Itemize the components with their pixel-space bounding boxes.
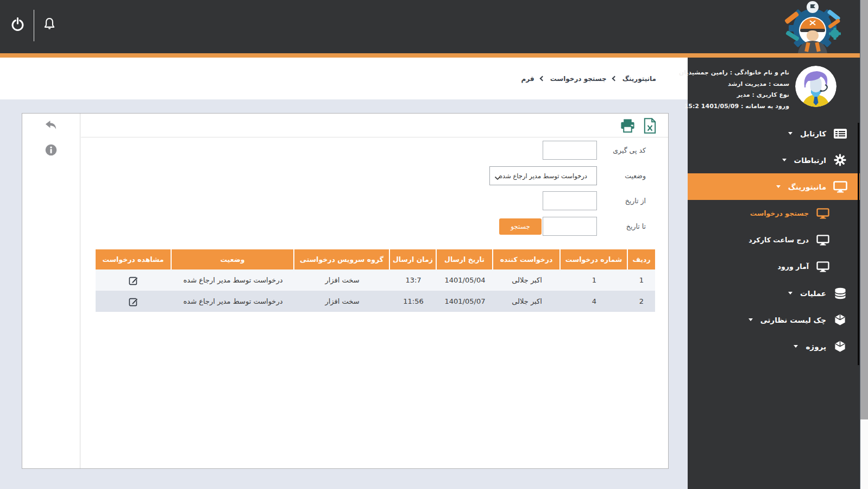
status-select-value: درخواست توسط مدیر ارجاع شده [499, 172, 587, 180]
status-select[interactable]: درخواست توسط مدیر ارجاع شده [489, 166, 597, 185]
sidebar-subitem-login-stats[interactable]: آمار ورود [688, 253, 860, 280]
user-position: سمت : مدیریت ارشد [679, 79, 789, 90]
sidebar-item-cartable[interactable]: کارتابل [688, 120, 860, 147]
sidebar-item-label: عملیات [800, 289, 826, 298]
cartable-list-icon [833, 128, 847, 139]
card-side-toolbar [22, 114, 80, 468]
cell-requester: اکبر جلالی [493, 269, 561, 291]
to-date-input[interactable] [543, 217, 597, 236]
topbar-divider [34, 10, 34, 41]
cube-icon [833, 314, 847, 326]
page-scrollbar-thumb[interactable] [860, 0, 868, 419]
requests-table: ردیف شماره درخواست درخواست کننده تاریخ ا… [96, 249, 655, 312]
user-panel: نام و نام خانوادگی : رامین جمشیدیان سمت … [688, 66, 860, 112]
header-send-date: تاریخ ارسال [437, 249, 493, 269]
cell-send-time: 13:7 [390, 269, 437, 291]
sidebar-item-label: پروژه [806, 342, 826, 351]
database-icon [833, 287, 847, 299]
chevron-left-icon [612, 76, 617, 82]
back-arrow-icon[interactable] [45, 120, 58, 134]
sidebar-item-label: چک لیست نظارتی [760, 316, 826, 324]
breadcrumb: مانیتورینگ جستجو درخواست فرم [521, 58, 656, 99]
monitor-icon [833, 181, 847, 193]
chevron-down-icon [776, 185, 781, 188]
tracking-code-label: کد پی گیری [613, 146, 646, 154]
table-header-row: ردیف شماره درخواست درخواست کننده تاریخ ا… [96, 249, 655, 269]
chevron-down-icon [794, 345, 798, 348]
sidebar-scrollbar-thumb[interactable] [858, 123, 859, 365]
monitor-icon [815, 208, 830, 219]
cell-row-number: 2 [628, 291, 655, 312]
to-date-label: تا تاریخ [626, 222, 646, 230]
chevron-down-icon [494, 174, 501, 182]
header-row-number: ردیف [628, 249, 655, 269]
sidebar-subitem-work-hours[interactable]: درج ساعت کارکرد [688, 227, 860, 253]
chevron-down-icon [749, 318, 753, 321]
chevron-down-icon [788, 132, 792, 135]
chevron-down-icon [782, 159, 787, 161]
print-icon[interactable] [620, 118, 636, 135]
notifications-bell-icon [42, 16, 57, 35]
from-date-label: از تاریخ [625, 197, 646, 205]
header-requester: درخواست کننده [493, 249, 561, 269]
cell-service-group: سخت افزار [294, 291, 390, 312]
sidebar-item-label: مانیتورینگ [788, 183, 826, 191]
search-button[interactable]: جستجو [499, 218, 542, 235]
cell-send-date: 1401/05/07 [437, 291, 493, 312]
table-row: 1 1 اکبر جلالی 1401/05/04 13:7 سخت افزار… [96, 269, 655, 291]
cube-icon [833, 340, 847, 353]
chevron-left-icon [539, 76, 545, 82]
header-send-time: زمان ارسال [390, 249, 437, 269]
cell-requester: اکبر جلالی [493, 291, 561, 312]
breadcrumb-item-search-request[interactable]: جستجو درخواست [550, 75, 607, 83]
card-main: کد پی گیری وضعیت درخواست توسط مدیر ارجاع… [81, 114, 668, 468]
sidebar-subitem-search-request[interactable]: جستجو درخواست [688, 200, 860, 227]
sidebar-item-label: جستجو درخواست [750, 209, 809, 217]
sidebar-item-operations[interactable]: عملیات [688, 280, 860, 306]
status-label: وضعیت [625, 172, 646, 180]
sidebar-item-monitoring[interactable]: مانیتورینگ [688, 173, 860, 200]
tracking-code-input[interactable] [543, 141, 597, 160]
user-type: نوع کاربری : مدیر [679, 90, 789, 101]
sidebar-item-label: آمار ورود [778, 262, 809, 271]
edit-request-icon[interactable] [129, 275, 139, 285]
avatar [795, 66, 836, 107]
user-login-time: ورود به سامانه : 1401/05/09 15:2 [679, 101, 789, 112]
cell-status: درخواست توسط مدیر ارجاع شده [172, 291, 294, 312]
sidebar: نام و نام خانوادگی : رامین جمشیدیان سمت … [688, 58, 860, 489]
cell-service-group: سخت افزار [294, 269, 390, 291]
edit-request-icon[interactable] [129, 297, 139, 306]
technician-gear-logo [781, 0, 844, 53]
cell-request-number: 1 [561, 269, 628, 291]
content-area: کد پی گیری وضعیت درخواست توسط مدیر ارجاع… [0, 99, 688, 489]
sidebar-item-supervisory-checklist[interactable]: چک لیست نظارتی [688, 306, 860, 333]
cell-send-date: 1401/05/04 [437, 269, 493, 291]
page-header: مانیتورینگ جستجو درخواست فرم [0, 58, 688, 99]
sidebar-item-communications[interactable]: ارتباطات [688, 147, 860, 173]
cell-status: درخواست توسط مدیر ارجاع شده [172, 269, 294, 291]
page-scrollbar-track[interactable] [860, 0, 868, 489]
header-status: وضعیت [172, 249, 294, 269]
sidebar-menu: کارتابل ارتباطات مانیتورینگ جستجو درخواس… [688, 120, 860, 360]
breadcrumb-item-form: فرم [521, 75, 534, 83]
info-icon[interactable] [45, 144, 57, 158]
notifications-button[interactable] [40, 15, 59, 36]
gear-icon [833, 154, 847, 166]
user-info: نام و نام خانوادگی : رامین جمشیدیان سمت … [679, 66, 789, 112]
cell-row-number: 1 [628, 269, 655, 291]
monitor-icon [815, 235, 830, 246]
export-excel-icon[interactable] [643, 118, 657, 136]
from-date-input[interactable] [543, 191, 597, 210]
breadcrumb-item-monitoring[interactable]: مانیتورینگ [622, 75, 656, 83]
sidebar-item-project[interactable]: پروژه [688, 333, 860, 360]
monitor-icon [815, 261, 830, 272]
power-button[interactable] [8, 15, 27, 36]
sidebar-item-label: ارتباطات [794, 156, 826, 165]
accent-strip [0, 53, 868, 58]
sidebar-item-label: کارتابل [800, 129, 826, 138]
chevron-down-icon [788, 292, 792, 294]
table-row: 2 4 اکبر جلالی 1401/05/07 11:56 سخت افزا… [96, 291, 655, 312]
header-service-group: گروه سرویس درخواستی [294, 249, 390, 269]
cell-send-time: 11:56 [390, 291, 437, 312]
sidebar-item-label: درج ساعت کارکرد [749, 236, 809, 244]
